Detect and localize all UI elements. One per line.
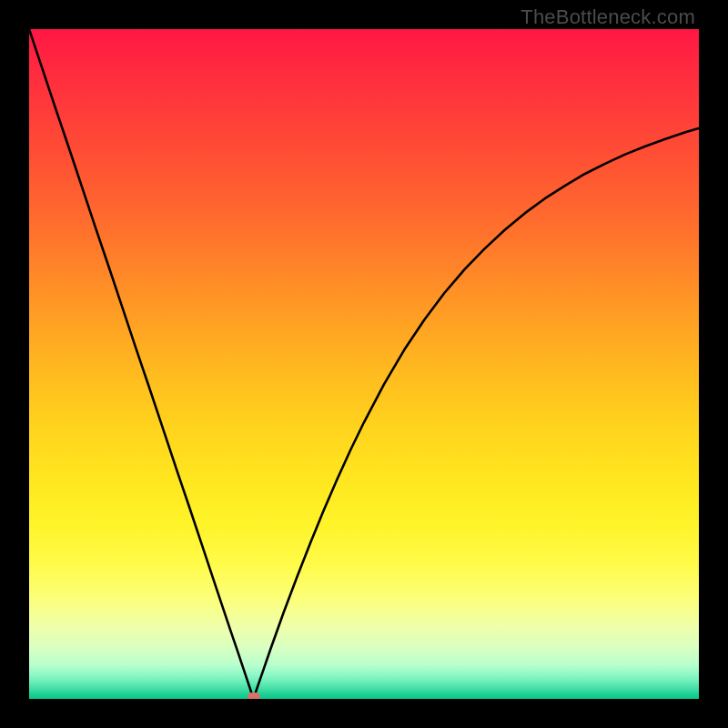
curve-right-branch — [254, 128, 699, 699]
chart-frame: TheBottleneck.com — [0, 0, 728, 728]
bottleneck-curve — [29, 29, 699, 699]
watermark-text: TheBottleneck.com — [521, 5, 695, 29]
optimum-marker — [248, 693, 260, 699]
curve-left-branch — [29, 29, 254, 699]
plot-area — [29, 29, 699, 699]
